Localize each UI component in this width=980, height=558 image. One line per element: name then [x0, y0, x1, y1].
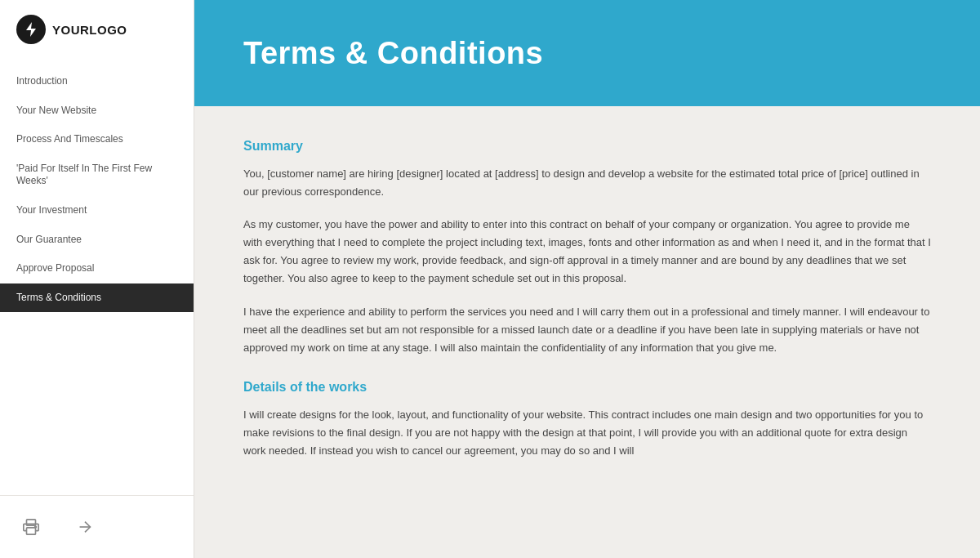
sidebar-item-our-guarantee[interactable]: Our Guarantee — [0, 225, 194, 255]
sidebar-item-approve-proposal[interactable]: Approve Proposal — [0, 254, 194, 283]
summary-heading: Summary — [243, 139, 931, 154]
sidebar: YOURLOGO Introduction Your New Website P… — [0, 0, 194, 558]
page-header: Terms & Conditions — [194, 0, 980, 106]
sidebar-item-paid-for-itself[interactable]: 'Paid For Itself In The First Few Weeks' — [0, 154, 194, 196]
page-title: Terms & Conditions — [243, 36, 543, 71]
nav-list: Introduction Your New Website Process An… — [0, 59, 194, 495]
logo-area: YOURLOGO — [0, 0, 194, 59]
logo-icon — [16, 15, 46, 44]
print-icon — [22, 518, 40, 536]
share-icon — [76, 518, 94, 536]
svg-marker-0 — [26, 22, 36, 37]
sidebar-item-your-investment[interactable]: Your Investment — [0, 196, 194, 225]
content-body: Summary You, [customer name] are hiring … — [194, 106, 980, 558]
bolt-icon — [23, 21, 39, 38]
print-button[interactable] — [16, 512, 46, 542]
sidebar-item-introduction[interactable]: Introduction — [0, 67, 194, 96]
svg-point-3 — [35, 526, 37, 528]
sidebar-actions — [0, 495, 194, 558]
summary-para-3: I have the experience and ability to per… — [243, 303, 931, 357]
details-para-1: I will create designs for the look, layo… — [243, 406, 931, 460]
summary-para-2: As my customer, you have the power and a… — [243, 216, 931, 288]
sidebar-item-terms-conditions[interactable]: Terms & Conditions — [0, 283, 194, 313]
details-heading: Details of the works — [243, 380, 931, 395]
main-content: Terms & Conditions Summary You, [custome… — [194, 0, 980, 558]
sidebar-item-your-new-website[interactable]: Your New Website — [0, 96, 194, 126]
logo-text: YOURLOGO — [52, 23, 127, 37]
share-button[interactable] — [70, 512, 100, 542]
summary-para-1: You, [customer name] are hiring [designe… — [243, 165, 931, 201]
svg-rect-2 — [27, 528, 36, 534]
sidebar-item-process-and-timescales[interactable]: Process And Timescales — [0, 125, 194, 154]
